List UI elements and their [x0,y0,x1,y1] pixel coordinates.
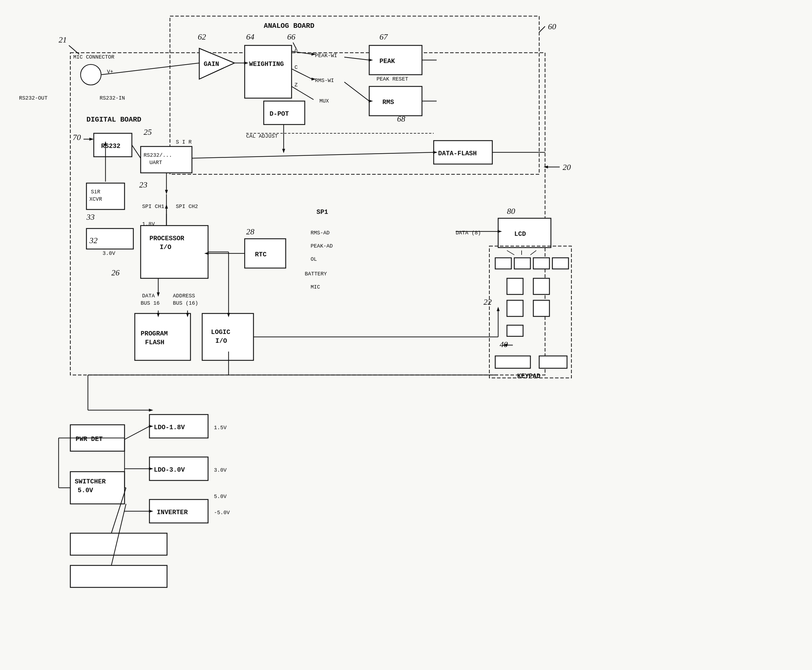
rs232-in-label: RS232-IN [100,95,125,101]
addr-bus-label1: ADDRESS [173,293,195,299]
sp1-label: SP1 [317,208,328,216]
mux-label: MUX [319,98,329,104]
keypad-btn9[interactable] [507,325,523,336]
ref-33: 33 [86,212,95,222]
rs232-uart-label2: UART [149,160,162,166]
program-flash-label2: FLASH [145,339,164,346]
mic-label: MIC [310,284,320,290]
data-bus-label2: BUS 16 [141,300,160,306]
rms-wi-label: RMS-WI [315,78,334,83]
ref-23: 23 [139,180,147,189]
rs232-uart-box [141,147,192,173]
v50-label: 5.0V [214,494,227,499]
data-flash-label: DATA-FLASH [438,150,477,157]
keypad-btn2[interactable] [514,258,531,269]
ref-22: 22 [483,297,492,306]
mic-connector-label: MIC CONNECTOR [73,54,115,60]
keypad-btn1[interactable] [495,258,511,269]
rs232-label: RS232 [101,143,120,150]
keypad-btn4[interactable] [553,258,568,269]
ref-66: 66 [287,32,295,41]
data-bus-label1: DATA [142,293,155,299]
logic-label: LOGIC [211,329,231,336]
keypad-btn7[interactable] [507,300,523,316]
weighting-out-c: C [295,64,298,70]
program-flash-label1: PROGRAM [141,330,168,337]
data8-label: DATA (8) [456,230,481,236]
ref-32: 32 [89,236,98,245]
addr-bus-label2: BUS (16) [173,300,198,306]
ref-80: 80 [507,206,515,216]
logic-io-label: I/O [215,337,227,345]
v15-label: 1.5V [214,425,227,431]
sir-label2: SiR [91,189,100,195]
keypad-label: KEYPAD [517,373,540,380]
peak-reset-label: PEAK RESET [376,76,408,82]
ref-70: 70 [73,133,81,142]
d-pot-label: D-POT [270,110,289,118]
processor-label: PROCESSOR [149,235,185,242]
v30-proc-label: 3.0V [103,250,115,256]
battery-pack1 [70,533,167,555]
spi-ch2-label: SPI CH2 [176,204,198,210]
logic-box [202,313,253,360]
keypad-btn8[interactable] [533,300,549,316]
rms-ad-label: RMS-AD [310,230,330,236]
battery-pack2 [70,565,167,587]
processor-io-label: I/O [160,244,171,251]
sir-label1: S I R [176,139,192,145]
lcd-label: LCD [514,230,526,238]
processor-box [141,225,208,278]
pwr-det-label: PWR DET [76,436,103,443]
ref-20: 20 [563,162,571,172]
cal-adjust-label: CAL ADJUST [246,133,278,139]
peak-wi-label: PEAK-WI [315,53,337,59]
ldo18-label: LDO-1.8V [154,424,185,431]
ref-62: 62 [198,32,206,41]
ref-25: 25 [144,127,152,137]
ref-60: 60 [548,22,556,31]
ref-26: 26 [111,268,120,277]
diagram-container: 20 ANALOG BOARD 60 DIGITAL BOARD 21 MIC … [0,0,812,670]
rs232-out-label: RS232-OUT [19,95,47,101]
vneg50-label: -5.0V [214,510,230,516]
ol-label: OL [310,256,317,262]
peak-box [369,46,422,75]
peak-label: PEAK [380,58,395,65]
keypad-btn11[interactable] [539,356,567,368]
ref-28: 28 [246,227,254,236]
keypad-btn3[interactable] [533,258,549,269]
rs232-uart-label1: RS232/... [144,152,172,158]
inverter-label: INVERTER [157,509,188,516]
peak-ad-label: PEAK-AD [310,243,333,249]
ref-21: 21 [59,35,67,44]
digital-board-label: DIGITAL BOARD [86,116,141,124]
v30-label: 3.0V [214,467,227,473]
rms-box [369,86,422,116]
ref-68: 68 [397,114,405,124]
mic-symbol [81,64,101,85]
weighting-out-z: Z [295,82,298,88]
weighting-box [245,46,292,98]
keypad-btn10[interactable] [495,356,531,368]
ref-67: 67 [380,32,388,41]
spi-ch1-label: SPI CH1 [142,204,164,210]
switcher-label2: 5.0V [78,487,93,494]
rtc-label: RTC [255,251,267,259]
ldo30-label: LDO-3.0V [154,466,185,474]
weighting-label: WEIGHTING [249,61,284,68]
ref-64: 64 [246,32,254,41]
rms-label: RMS [382,99,394,106]
keypad-btn5[interactable] [507,278,523,294]
xcvr-label: XCVR [89,196,102,202]
gain-label: GAIN [203,61,219,68]
analog-board-label: ANALOG BOARD [264,22,314,30]
switcher-label1: SWITCHER [75,478,106,486]
keypad-btn6[interactable] [533,278,549,294]
battery-label: BATTERY [305,271,327,277]
